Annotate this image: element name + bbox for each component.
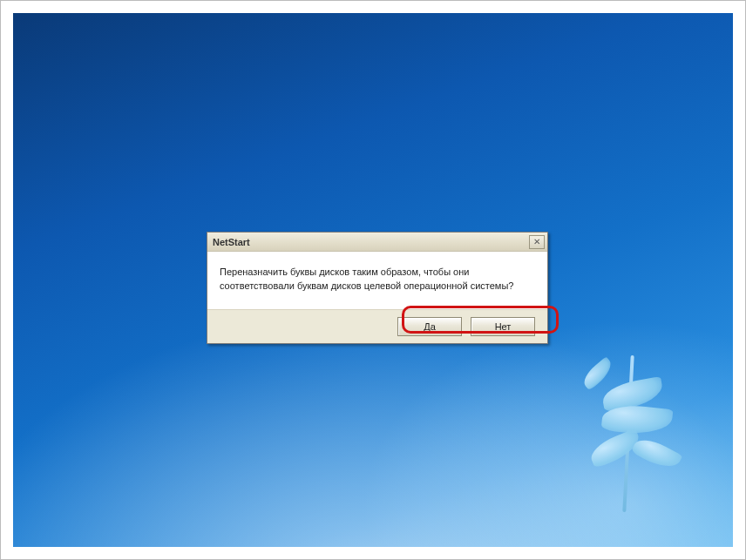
dialog-footer: Да Нет bbox=[207, 310, 547, 343]
yes-button[interactable]: Да bbox=[397, 317, 462, 336]
no-button[interactable]: Нет bbox=[471, 317, 535, 336]
dialog-titlebar[interactable]: NetStart ✕ bbox=[207, 233, 547, 252]
screenshot-frame: NetStart ✕ Переназначить буквы дисков та… bbox=[0, 0, 746, 560]
close-button[interactable]: ✕ bbox=[529, 235, 545, 249]
close-icon: ✕ bbox=[533, 238, 540, 246]
dialog-message: Переназначить буквы дисков таким образом… bbox=[220, 267, 513, 291]
netstart-dialog: NetStart ✕ Переназначить буквы дисков та… bbox=[207, 232, 548, 344]
dialog-title: NetStart bbox=[213, 237, 250, 247]
wallpaper-plant bbox=[541, 286, 698, 512]
dialog-body: Переназначить буквы дисков таким образом… bbox=[207, 252, 547, 310]
desktop-wallpaper: NetStart ✕ Переназначить буквы дисков та… bbox=[13, 13, 733, 547]
wallpaper-streak bbox=[13, 13, 733, 262]
